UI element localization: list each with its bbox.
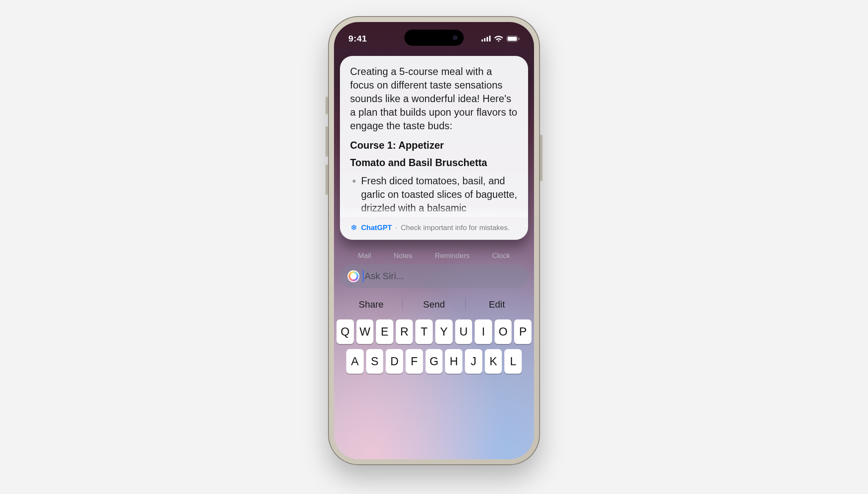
key-a[interactable]: A [346, 349, 364, 374]
response-intro: Creating a 5-course meal with a focus on… [350, 65, 518, 133]
phone-frame: 9:41 Mail Notes Reminders Clock Creating… [328, 16, 540, 465]
home-label: Reminders [435, 252, 470, 260]
text-caret [363, 270, 364, 282]
key-s[interactable]: S [366, 349, 384, 374]
status-time: 9:41 [348, 33, 367, 44]
keyboard-row-2: A S D F G H J K L [337, 349, 531, 374]
response-source[interactable]: ChatGPT [361, 224, 392, 232]
volume-up-button [326, 126, 328, 157]
key-t[interactable]: T [415, 319, 433, 344]
key-e[interactable]: E [376, 319, 393, 344]
key-f[interactable]: F [406, 349, 423, 374]
phone-screen: 9:41 Mail Notes Reminders Clock Creating… [334, 22, 534, 459]
response-bullets: Fresh diced tomatoes, basil, and garlic … [350, 175, 518, 215]
key-k[interactable]: K [485, 349, 502, 374]
battery-icon [506, 36, 520, 42]
cellular-icon [481, 36, 491, 42]
siri-text-input[interactable] [364, 271, 520, 282]
key-j[interactable]: J [465, 349, 482, 374]
wifi-icon [494, 36, 503, 42]
keyboard: Q W E R T Y U I O P A S D F G H [334, 317, 534, 459]
dynamic-island [404, 30, 464, 46]
key-l[interactable]: L [504, 349, 522, 374]
separator-dot: · [395, 224, 398, 232]
home-label: Notes [394, 252, 412, 260]
key-u[interactable]: U [455, 319, 473, 344]
siri-icon [348, 270, 359, 282]
key-p[interactable]: P [514, 319, 531, 344]
key-o[interactable]: O [495, 319, 512, 344]
key-i[interactable]: I [475, 319, 492, 344]
response-course-heading: Course 1: Appetizer [350, 140, 518, 151]
stage: 9:41 Mail Notes Reminders Clock Creating… [0, 0, 868, 494]
mute-switch [326, 97, 328, 114]
svg-rect-6 [518, 37, 520, 40]
svg-rect-3 [489, 36, 491, 42]
svg-rect-1 [484, 38, 486, 42]
suggestion[interactable]: Send [403, 293, 465, 316]
key-r[interactable]: R [396, 319, 413, 344]
response-dish-heading: Tomato and Basil Bruschetta [350, 157, 518, 169]
suggestion[interactable]: Edit [466, 293, 528, 316]
response-disclaimer: Check important info for mistakes. [401, 224, 509, 232]
key-g[interactable]: G [426, 349, 443, 374]
key-q[interactable]: Q [337, 319, 354, 344]
side-button [540, 135, 542, 181]
home-label: Mail [358, 252, 371, 260]
svg-rect-0 [481, 39, 483, 42]
suggestion[interactable]: Share [340, 293, 402, 316]
home-app-labels: Mail Notes Reminders Clock [334, 252, 534, 260]
siri-response-card[interactable]: Creating a 5-course meal with a focus on… [340, 56, 528, 240]
siri-input-pill[interactable] [340, 264, 528, 288]
quicktype-suggestions: Share Send Edit [340, 293, 528, 316]
svg-rect-5 [508, 36, 517, 41]
key-y[interactable]: Y [435, 319, 453, 344]
home-label: Clock [492, 252, 510, 260]
key-h[interactable]: H [445, 349, 462, 374]
svg-rect-2 [487, 37, 488, 42]
key-d[interactable]: D [386, 349, 403, 374]
response-bullet: Fresh diced tomatoes, basil, and garlic … [350, 175, 518, 215]
response-footer: ChatGPT · Check important info for mista… [350, 224, 518, 232]
status-icons [481, 36, 520, 42]
keyboard-row-1: Q W E R T Y U I O P [337, 319, 531, 344]
volume-down-button [326, 164, 328, 195]
openai-icon [350, 224, 358, 232]
key-w[interactable]: W [356, 319, 374, 344]
